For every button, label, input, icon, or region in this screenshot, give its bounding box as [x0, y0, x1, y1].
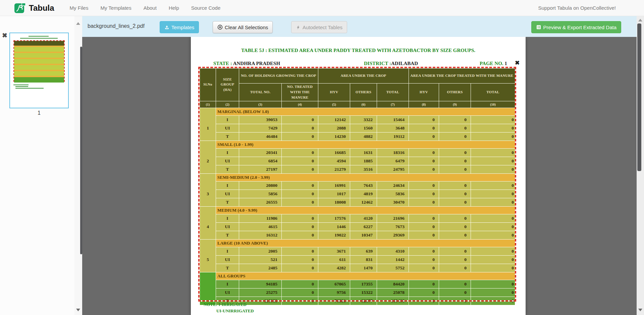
value-cell: 0	[282, 181, 318, 190]
slno-band-cell	[200, 173, 216, 181]
scroll-down-icon[interactable]	[76, 309, 80, 311]
value-cell: 2485	[239, 264, 282, 272]
export-button-label: Preview & Export Extracted Data	[543, 24, 616, 30]
col-header-slno: Sl.No	[200, 68, 216, 101]
slno-band-cell	[200, 141, 216, 148]
main-scrollbar[interactable]	[637, 16, 644, 315]
value-cell: 0	[439, 255, 471, 264]
nav-my-templates[interactable]: My Templates	[94, 5, 137, 11]
row-label-cell: UI	[216, 222, 239, 231]
slno-cell: 4	[200, 214, 216, 239]
pdf-page[interactable]: TABLE 5J : ESTIMATED AREA UNDER PADDY TR…	[191, 37, 526, 315]
col-header-area-treated: AREA UNDER THE CROP TREATED WITH THE MAN…	[409, 68, 515, 84]
value-cell: 0	[439, 132, 471, 141]
value-cell: 0	[439, 264, 471, 272]
col-header-size-group: SIZE GROUP (HA)	[216, 68, 239, 101]
col-header-hyv2: HYV	[409, 84, 439, 101]
table-data-row: T46484014230488219112000	[200, 132, 515, 141]
tabula-brand[interactable]: Tabula	[14, 2, 54, 14]
value-cell: 3322	[350, 115, 377, 124]
value-cell: 39053	[239, 115, 282, 124]
col-header-no-treated: NO. TREATED WITH THE MANURE	[282, 84, 318, 101]
value-cell: 0	[282, 132, 318, 141]
table-data-row: UI46150144662277673000	[200, 222, 515, 231]
value-cell: 109498	[377, 297, 409, 305]
column-index-row: (1)(2) (3)(4) (5)(6) (7)(8) (9)(10)	[200, 101, 515, 108]
table-data-row: UI68540459418856479000	[200, 157, 515, 165]
value-cell: 0	[439, 115, 471, 124]
selection-close-icon[interactable]: ✖	[515, 60, 520, 66]
value-cell: 0	[471, 255, 515, 264]
value-cell: 0	[282, 231, 318, 239]
table-data-row: T27197021279351624795000	[200, 165, 515, 173]
value-cell: 7673	[377, 222, 409, 231]
table-data-row: I941850670651735584420000	[200, 280, 515, 288]
col-header-holdings: NO. OF HOLDINGS GROWING THE CROP	[239, 68, 318, 84]
value-cell: 0	[282, 247, 318, 255]
nav-help[interactable]: Help	[163, 5, 185, 11]
preview-export-button[interactable]: Preview & Export Extracted Data	[531, 21, 621, 33]
col-header-others: OTHERS	[350, 84, 377, 101]
row-label-cell: I	[216, 115, 239, 124]
row-label-cell: I	[216, 148, 239, 157]
clear-all-selections-button[interactable]: Clear All Selections	[213, 21, 273, 33]
value-cell: 0	[471, 222, 515, 231]
page-thumbnail[interactable]	[9, 33, 69, 108]
scroll-up-icon[interactable]	[638, 19, 642, 21]
value-cell: 0	[471, 297, 515, 305]
scroll-up-icon[interactable]	[76, 22, 80, 25]
value-cell: 29369	[377, 231, 409, 239]
value-cell: 0	[471, 264, 515, 272]
col-header-total: TOTAL	[377, 84, 409, 101]
value-cell: 0	[409, 288, 439, 297]
value-cell: 0	[471, 148, 515, 157]
table-data-row: T11903307682132677109498000	[200, 297, 515, 305]
slno-cell: 2	[200, 148, 216, 173]
table-data-row: UI58560101748195836000	[200, 190, 515, 198]
support-link[interactable]: Support Tabula on OpenCollective!	[538, 5, 616, 11]
scroll-down-icon[interactable]	[638, 309, 642, 311]
value-cell: 20800	[239, 181, 282, 190]
value-cell: 0	[409, 222, 439, 231]
remove-page-icon[interactable]: ✖	[2, 32, 7, 39]
row-label-cell: T	[216, 198, 239, 206]
templates-button[interactable]: Templates	[160, 21, 199, 33]
value-cell: 0	[409, 157, 439, 165]
value-cell: 0	[282, 190, 318, 198]
value-cell: 67065	[318, 280, 350, 288]
brand-title: Tabula	[29, 3, 54, 13]
thumbnail-page-number: 1	[9, 110, 69, 116]
value-cell: 16991	[318, 181, 350, 190]
value-cell: 3516	[350, 165, 377, 173]
thumb-title-line	[20, 38, 58, 39]
sidebar-scrollbar[interactable]	[74, 16, 82, 315]
thumbnail-sidebar: ✖ 1	[0, 16, 74, 315]
slno-band-cell	[200, 108, 216, 115]
nav-source-code[interactable]: Source Code	[185, 5, 227, 11]
main-scrollbar-thumb[interactable]	[637, 23, 641, 171]
value-cell: 0	[409, 264, 439, 272]
row-label-cell: UI	[216, 190, 239, 198]
group-band-label: SEMI-MEDIUM (2.0 - 3.99)	[216, 173, 515, 181]
thumb-note-line	[15, 88, 44, 89]
value-cell: 4882	[350, 132, 377, 141]
nav-about[interactable]: About	[138, 5, 163, 11]
value-cell: 0	[282, 124, 318, 132]
value-cell: 0	[409, 297, 439, 305]
value-cell: 0	[471, 190, 515, 198]
document-filename: background_lines_2.pdf	[88, 23, 145, 29]
pdf-note-line2: UI-UNIRRIGATED	[216, 308, 254, 314]
pdf-state-line: STATE : ANDHRA PRADESH	[213, 61, 280, 66]
value-cell: 6479	[377, 157, 409, 165]
value-cell: 1446	[318, 222, 350, 231]
top-navbar: Tabula My Files My Templates About Help …	[0, 0, 644, 16]
value-cell: 19022	[318, 231, 350, 239]
slno-band-cell	[200, 239, 216, 247]
nav-my-files[interactable]: My Files	[64, 5, 95, 11]
value-cell: 12462	[350, 198, 377, 206]
table-data-row: UI74290208815603648000	[200, 124, 515, 132]
value-cell: 76821	[318, 297, 350, 305]
pdf-data-table: Sl.No SIZE GROUP (HA) NO. OF HOLDINGS GR…	[200, 68, 515, 305]
value-cell: 0	[439, 148, 471, 157]
pdf-district-line: DISTRICT :ADILABAD	[364, 61, 418, 66]
